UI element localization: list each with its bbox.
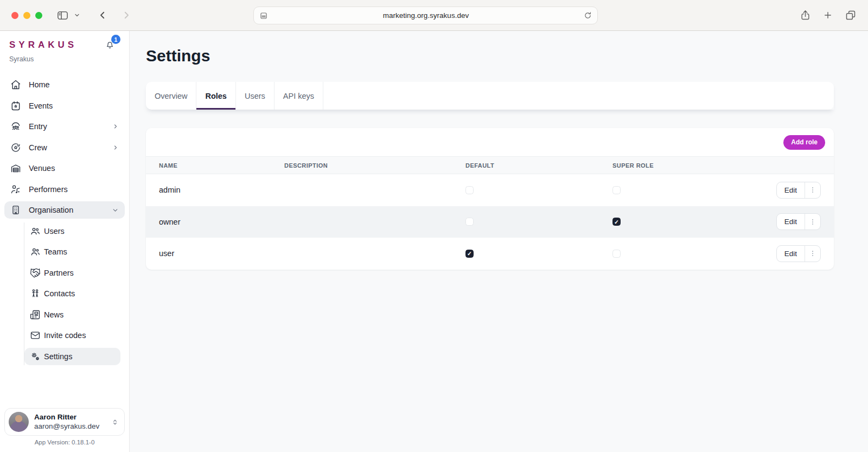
kebab-menu-icon[interactable] (805, 182, 820, 198)
edit-button[interactable]: Edit (777, 214, 805, 230)
mail-icon (30, 330, 41, 341)
home-icon (10, 79, 21, 90)
sidebar-item-label: Users (44, 227, 65, 235)
role-name: user (159, 249, 284, 258)
sidebar-item-label: Performers (29, 185, 119, 194)
tab-roles[interactable]: Roles (196, 82, 236, 110)
sidebar-item-label: Contacts (44, 289, 75, 298)
column-header-super-role: SUPER ROLE (612, 162, 821, 169)
user-menu[interactable]: Aaron Ritter aaron@syrakus.dev (4, 408, 125, 436)
page-title: Settings (146, 47, 868, 65)
sidebar-item-teams[interactable]: Teams (24, 243, 120, 260)
table-row: user Edit (146, 238, 834, 270)
minimize-window-button[interactable] (23, 12, 30, 19)
chevron-right-icon (112, 144, 119, 151)
badge-star-icon (10, 142, 21, 153)
sidebar-item-label: Settings (44, 352, 72, 361)
edit-button[interactable]: Edit (777, 246, 805, 262)
main-content: Settings Overview Roles Users API keys A… (130, 31, 868, 452)
sidebar-item-venues[interactable]: Venues (4, 160, 125, 177)
sidebar: SYRAKUS 1 Syrakus Home Events Entry (0, 31, 130, 452)
default-checkbox[interactable] (465, 218, 474, 226)
app-logo: SYRAKUS (9, 40, 120, 50)
address-bar[interactable]: marketing.org.syrakus.dev (253, 7, 598, 24)
sidebar-item-entry[interactable]: Entry (4, 118, 125, 135)
sidebar-item-performers[interactable]: Performers (4, 181, 125, 198)
sidebar-item-label: Entry (29, 122, 105, 131)
column-header-default: DEFAULT (465, 162, 612, 169)
table-row: admin Edit (146, 174, 834, 206)
sidebar-item-settings[interactable]: Settings (24, 348, 120, 365)
sidebar-item-label: Home (29, 80, 119, 89)
workspace-name: Syrakus (9, 55, 120, 63)
tab-label: Users (245, 92, 265, 100)
sidebar-item-invite-codes[interactable]: Invite codes (24, 327, 120, 344)
sidebar-toggle-icon[interactable] (56, 9, 69, 22)
chevron-down-icon (112, 207, 119, 214)
column-header-description: DESCRIPTION (284, 162, 465, 169)
crowd-icon (10, 121, 21, 132)
tab-api-keys[interactable]: API keys (275, 82, 323, 110)
contacts-icon (30, 288, 41, 299)
new-tab-icon[interactable] (823, 10, 833, 20)
sidebar-chevron-down-icon[interactable] (74, 12, 80, 18)
sidebar-item-home[interactable]: Home (4, 76, 125, 93)
sidebar-item-partners[interactable]: Partners (24, 264, 120, 282)
close-window-button[interactable] (11, 12, 18, 19)
super-role-checkbox[interactable] (612, 186, 621, 194)
add-role-button[interactable]: Add role (783, 135, 825, 150)
super-role-checkbox[interactable] (612, 218, 621, 226)
chevrons-up-down-icon (111, 418, 119, 426)
tab-overview[interactable]: Overview (146, 82, 196, 110)
traffic-lights (11, 12, 42, 19)
column-header-name: NAME (159, 162, 284, 169)
super-role-checkbox[interactable] (612, 250, 621, 258)
users-icon (30, 226, 41, 237)
kebab-menu-icon[interactable] (805, 246, 820, 262)
chevron-right-icon (112, 123, 119, 130)
default-checkbox[interactable] (465, 186, 474, 194)
share-icon[interactable] (800, 10, 810, 21)
settings-tabbar: Overview Roles Users API keys (146, 82, 834, 110)
default-checkbox[interactable] (465, 250, 474, 258)
teams-icon (30, 246, 41, 257)
tab-overview-icon[interactable] (845, 10, 856, 21)
sidebar-item-events[interactable]: Events (4, 97, 125, 114)
organisation-subnav: Users Teams Partners Contacts News (24, 222, 120, 365)
url-text[interactable]: marketing.org.syrakus.dev (268, 11, 584, 20)
building-icon (10, 205, 21, 215)
zoom-window-button[interactable] (35, 12, 42, 19)
sidebar-item-crew[interactable]: Crew (4, 139, 125, 156)
role-name: admin (159, 186, 284, 194)
kebab-menu-icon[interactable] (805, 214, 820, 230)
sidebar-item-label: Partners (44, 269, 74, 277)
forward-button[interactable] (122, 10, 131, 20)
sidebar-item-news[interactable]: News (24, 306, 120, 323)
tab-label: API keys (283, 92, 314, 100)
sidebar-item-label: Organisation (29, 206, 104, 214)
gears-icon (30, 351, 41, 362)
user-name: Aaron Ritter (34, 413, 106, 422)
tab-users[interactable]: Users (236, 82, 275, 110)
reload-icon[interactable] (584, 11, 592, 20)
page-settings-icon[interactable] (259, 11, 268, 20)
sidebar-item-contacts[interactable]: Contacts (24, 285, 120, 302)
back-button[interactable] (98, 10, 107, 20)
roles-card: Add role NAME DESCRIPTION DEFAULT SUPER … (146, 128, 834, 270)
performer-music-icon (10, 184, 21, 195)
edit-button[interactable]: Edit (777, 182, 805, 198)
tab-label: Roles (205, 92, 227, 100)
sidebar-item-users[interactable]: Users (24, 222, 120, 240)
sidebar-item-organisation[interactable]: Organisation (4, 201, 125, 219)
tab-label: Overview (155, 92, 187, 100)
handshake-icon (30, 268, 41, 278)
app-version: App Version: 0.18.1-0 (0, 439, 129, 445)
notifications-button[interactable]: 1 (105, 39, 115, 50)
sidebar-item-label: Invite codes (44, 331, 86, 340)
sidebar-item-label: Crew (29, 143, 105, 152)
newspaper-icon (30, 309, 41, 320)
calendar-icon (10, 100, 21, 111)
sidebar-item-label: Teams (44, 247, 67, 256)
sidebar-nav: Home Events Entry Crew Venues (0, 76, 129, 368)
notification-badge: 1 (111, 35, 120, 44)
